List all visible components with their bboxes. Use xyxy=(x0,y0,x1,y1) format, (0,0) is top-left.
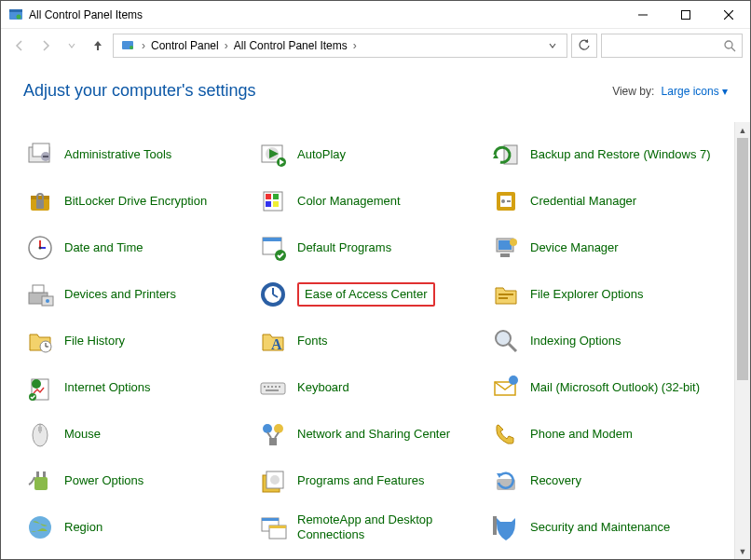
close-button[interactable] xyxy=(707,1,750,29)
svg-point-48 xyxy=(46,299,49,303)
recent-dropdown[interactable] xyxy=(61,34,83,57)
control-panel-item[interactable]: Programs and Features xyxy=(253,458,485,504)
maximize-button[interactable] xyxy=(664,1,707,29)
device-mgr-icon xyxy=(491,233,521,263)
control-panel-item[interactable]: Date and Time xyxy=(20,225,253,271)
security-icon xyxy=(491,512,521,542)
control-panel-item[interactable]: Ease of Access Center xyxy=(253,271,485,318)
datetime-icon xyxy=(25,233,55,263)
item-label: Fonts xyxy=(297,334,328,348)
item-label: Internet Options xyxy=(64,380,151,395)
svg-line-60 xyxy=(509,344,516,351)
item-label: Ease of Access Center xyxy=(297,282,435,307)
control-panel-item[interactable]: Recovery xyxy=(485,458,718,504)
control-panel-item[interactable]: RemoteApp and Desktop Connections xyxy=(253,504,485,551)
forward-button[interactable] xyxy=(34,34,57,57)
control-panel-item[interactable]: File Explorer Options xyxy=(485,271,718,318)
control-panel-item[interactable]: Internet Options xyxy=(20,364,253,411)
item-label: RemoteApp and Desktop Connections xyxy=(297,512,480,541)
view-by-label: View by: xyxy=(612,85,654,98)
item-label: Mail (Microsoft Outlook) (32-bit) xyxy=(530,380,700,395)
control-panel-item[interactable]: Region xyxy=(20,504,253,551)
control-panel-item[interactable]: BitLocker Drive Encryption xyxy=(20,178,253,225)
item-label: File Explorer Options xyxy=(530,287,643,302)
svg-rect-1 xyxy=(9,9,22,12)
svg-rect-83 xyxy=(43,471,46,477)
item-label: Region xyxy=(64,520,102,535)
default-programs-icon xyxy=(258,233,288,263)
svg-rect-4 xyxy=(682,10,690,19)
file-explorer-icon xyxy=(491,280,521,309)
control-panel-item[interactable]: Credential Manager xyxy=(485,178,718,225)
items-grid: Administrative ToolsAutoPlayBackup and R… xyxy=(20,131,734,551)
item-label: Indexing Options xyxy=(530,334,621,348)
file-history-icon xyxy=(25,326,55,356)
svg-rect-70 xyxy=(266,389,279,391)
control-panel-item[interactable]: Phone and Modem xyxy=(485,411,718,458)
chevron-right-icon[interactable]: › xyxy=(140,39,147,52)
breadcrumb-dropdown[interactable] xyxy=(542,41,563,50)
item-label: BitLocker Drive Encryption xyxy=(64,194,207,209)
control-panel-item[interactable]: Administrative Tools xyxy=(20,131,253,178)
control-panel-item[interactable]: Backup and Restore (Windows 7) xyxy=(485,131,718,178)
bitlocker-icon xyxy=(25,186,55,216)
svg-rect-81 xyxy=(34,477,48,490)
control-panel-item[interactable]: Default Programs xyxy=(253,225,485,271)
svg-rect-93 xyxy=(269,526,286,528)
control-panel-item[interactable]: AutoPlay xyxy=(253,131,485,178)
search-input[interactable] xyxy=(601,34,743,58)
refresh-button[interactable] xyxy=(571,34,597,58)
breadcrumb-seg-all-items[interactable]: All Control Panel Items xyxy=(230,34,351,57)
scrollbar[interactable]: ▲ ▼ xyxy=(734,122,750,559)
control-panel-item[interactable]: Power Options xyxy=(20,458,253,504)
window-title: All Control Panel Items xyxy=(29,8,143,21)
control-panel-item[interactable]: Keyboard xyxy=(253,364,485,411)
svg-rect-24 xyxy=(36,199,44,209)
breadcrumb-root-icon[interactable] xyxy=(117,34,140,57)
scroll-thumb[interactable] xyxy=(737,138,748,380)
chevron-right-icon[interactable]: › xyxy=(223,39,230,52)
svg-point-62 xyxy=(32,379,41,389)
breadcrumb-label: All Control Panel Items xyxy=(234,39,348,52)
scroll-up-button[interactable]: ▲ xyxy=(735,122,750,138)
control-panel-item[interactable]: Device Manager xyxy=(485,225,718,271)
phone-icon xyxy=(491,419,521,449)
back-button[interactable] xyxy=(8,34,31,57)
minimize-button[interactable] xyxy=(621,1,664,29)
svg-rect-14 xyxy=(43,156,48,157)
autoplay-icon xyxy=(258,140,288,170)
control-panel-item[interactable]: AFonts xyxy=(253,318,485,364)
svg-point-9 xyxy=(725,41,732,48)
svg-rect-54 xyxy=(498,297,508,299)
view-by-value: Large icons xyxy=(662,85,719,98)
control-panel-item[interactable]: Color Management xyxy=(253,178,485,225)
control-panel-item[interactable]: Network and Sharing Center xyxy=(253,411,485,458)
svg-rect-69 xyxy=(279,386,280,388)
control-panel-item[interactable]: Security and Maintenance xyxy=(485,504,718,551)
svg-rect-64 xyxy=(261,383,285,394)
view-by-dropdown[interactable]: Large icons ▾ xyxy=(662,85,728,98)
window-icon xyxy=(8,7,23,22)
credential-icon xyxy=(491,186,521,216)
svg-rect-75 xyxy=(38,427,42,431)
view-by: View by: Large icons ▾ xyxy=(612,85,728,98)
svg-rect-46 xyxy=(33,285,44,293)
control-panel-item[interactable]: Indexing Options xyxy=(485,318,718,364)
breadcrumb[interactable]: › Control Panel › All Control Panel Item… xyxy=(113,34,567,58)
region-icon xyxy=(25,512,55,542)
control-panel-item[interactable]: Mail (Microsoft Outlook) (32-bit) xyxy=(485,364,718,411)
content-wrap: Administrative ToolsAutoPlayBackup and R… xyxy=(1,122,750,559)
chevron-right-icon[interactable]: › xyxy=(351,39,359,52)
up-button[interactable] xyxy=(87,34,109,57)
control-panel-item[interactable]: Devices and Printers xyxy=(20,271,253,318)
item-label: Date and Time xyxy=(64,240,143,255)
svg-rect-28 xyxy=(266,201,271,207)
svg-rect-78 xyxy=(269,438,277,445)
control-panel-item[interactable]: Mouse xyxy=(20,411,253,458)
scroll-down-button[interactable]: ▼ xyxy=(735,543,750,559)
internet-icon xyxy=(25,373,55,403)
breadcrumb-seg-control-panel[interactable]: Control Panel xyxy=(147,34,223,57)
svg-point-86 xyxy=(270,475,280,485)
svg-line-10 xyxy=(731,48,735,51)
control-panel-item[interactable]: File History xyxy=(20,318,253,364)
